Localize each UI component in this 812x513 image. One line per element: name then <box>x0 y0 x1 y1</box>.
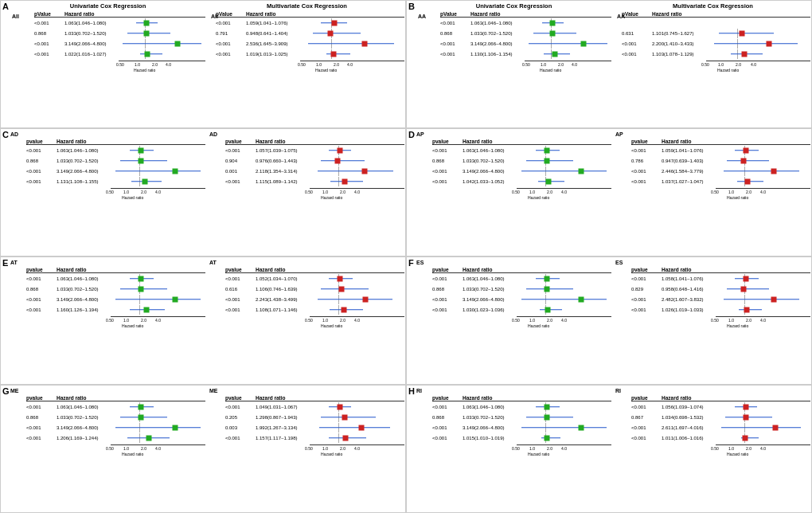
mv-plot-header <box>300 11 404 17</box>
row-gender-plot <box>119 29 205 38</box>
C-mv-risk: <0.001 1.115(1.089~1.142) <box>225 176 404 186</box>
panel-A-mv-header: pValue Hazard ratio <box>216 11 404 18</box>
C-uni-age: <0.001 1.063(1.046~1.080) <box>26 145 205 155</box>
panel-G: G ME pvalue Hazard ratio <0.001 1.063(1.… <box>0 385 406 513</box>
row-age-hr: 1.063(1.046~1.080) <box>64 21 119 25</box>
panel-A-group-label: All <box>12 14 19 19</box>
F-mv-risk: <0.001 1.026(1.019~1.033) <box>631 304 810 315</box>
row-gender-uni: 0.868 1.033(0.702~1.520) <box>34 28 205 38</box>
G-mv-grade: 0.003 1.992(1.267~3.134) <box>225 422 404 433</box>
H-uni-age: <0.001 1.063(1.046~1.080) <box>432 401 611 412</box>
D-mv-age: <0.001 1.059(1.041~1.076) <box>631 145 810 155</box>
G-uni-gender: 0.868 1.033(0.702~1.520) <box>26 412 205 422</box>
B-uni-gender: 0.868 1.033(0.702~1.520) <box>440 28 611 38</box>
panel-A-mv-title: Multivariate Cox Regression <box>209 2 404 10</box>
row-age-uni: <0.001 1.063(1.046~1.080) <box>34 18 205 28</box>
C-mv-grade: 0.001 2.118(1.354~3.314) <box>225 166 404 176</box>
F-uni-age: <0.001 1.063(1.046~1.080) <box>432 273 611 284</box>
D-mv-gender: 0.786 0.947(0.639~1.403) <box>631 155 810 166</box>
row-risk-uni: <0.001 1.022(1.016~1.027) <box>34 49 205 59</box>
panel-D-univariate: AP pvalue Hazard ratio <0.001 1.063(1.04… <box>416 131 611 254</box>
E-uni-grade: <0.001 3.149(2.066~4.800) <box>26 294 205 304</box>
panel-A-uni-title: Univariate Cox Regression <box>10 2 205 10</box>
mv-hr-header: Hazard ratio <box>246 11 300 17</box>
panel-C: C AD pvalue Hazard ratio <0.001 1.063(1.… <box>0 128 406 256</box>
panel-E: E AT pvalue Hazard ratio <0.001 1.063(1.… <box>0 256 406 385</box>
G-uni-age: <0.001 1.063(1.046~1.080) <box>26 401 205 412</box>
panel-C-mv-group: AD <box>209 131 217 137</box>
C-mv-gender: 0.904 0.976(0.660~1.443) <box>225 155 404 166</box>
mv-row-gender: 0.791 0.948(0.641~1.404) <box>216 28 404 38</box>
row-grade-hr: 3.149(2.066~4.800) <box>64 41 119 46</box>
F-mv-gender: 0.829 0.958(0.648~1.416) <box>631 284 810 294</box>
C-uni-gender: 0.868 1.033(0.702~1.520) <box>26 155 205 166</box>
panel-G-multivariate: ME pvalue Hazard ratio <0.001 1.049(1.03… <box>209 387 404 511</box>
E-mv-grade: <0.001 2.243(1.438~3.499) <box>225 294 404 304</box>
F-uni-gender: 0.868 1.033(0.702~1.520) <box>432 284 611 294</box>
panel-A-mv-group-label: All <box>211 14 218 19</box>
B-uni-grade: <0.001 3.149(2.066~4.800) <box>440 38 611 49</box>
row-risk-plot <box>119 49 205 59</box>
panel-F-univariate: ES pvalue Hazard ratio <0.001 1.063(1.04… <box>416 259 611 382</box>
panel-B-mv-group: AA <box>617 14 625 19</box>
panel-H: H RI pvalue Hazard ratio <0.001 1.063(1.… <box>406 385 812 513</box>
G-uni-risk: <0.001 1.206(1.169~1.244) <box>26 433 205 443</box>
panel-B-group-label: AA <box>418 14 426 19</box>
panel-A-label: A <box>2 2 9 11</box>
H-mv-age: <0.001 1.056(1.039~1.074) <box>631 401 810 412</box>
row-grade-plot <box>119 39 205 49</box>
E-mv-risk: <0.001 1.108(1.071~1.146) <box>225 304 404 315</box>
D-mv-risk: <0.001 1.037(1.027~1.047) <box>631 176 810 186</box>
panel-H-univariate: RI pvalue Hazard ratio <0.001 1.063(1.04… <box>416 387 611 511</box>
F-mv-age: <0.001 1.058(1.041~1.076) <box>631 273 810 284</box>
main-container: A Univariate Cox Regression All pValue H… <box>0 0 812 513</box>
row-risk-pval: <0.001 <box>34 52 64 57</box>
hr-header: Hazard ratio <box>64 11 119 17</box>
panel-B: B Univariate Cox Regression AA pValue Ha… <box>406 0 812 128</box>
H-mv-grade: <0.001 2.611(1.697~4.016) <box>631 422 810 433</box>
D-uni-gender: 0.868 1.033(0.702~1.520) <box>432 155 611 166</box>
row-age-pval: <0.001 <box>34 21 64 25</box>
D-uni-grade: <0.001 3.149(2.066~4.800) <box>432 166 611 176</box>
C-uni-grade: <0.001 3.149(2.066~4.800) <box>26 166 205 176</box>
E-mv-gender: 0.616 1.106(0.746~1.639) <box>225 284 404 294</box>
panel-B-label: B <box>408 2 415 11</box>
panel-F-multivariate: ES pvalue Hazard ratio <0.001 1.058(1.04… <box>615 259 810 382</box>
mv-pval-header: pValue <box>216 11 246 17</box>
panel-A-multivariate: Multivariate Cox Regression All pValue H… <box>209 2 404 126</box>
panel-G-label: G <box>2 386 10 396</box>
B-mv-grade: <0.001 2.200(1.410~3.433) <box>622 38 810 49</box>
G-mv-gender: 0.205 1.298(0.867~1.943) <box>225 412 404 422</box>
panel-A-uni-header: pValue Hazard ratio <box>34 11 205 18</box>
panel-A: A Univariate Cox Regression All pValue H… <box>0 0 406 128</box>
row-gender-pval: 0.868 <box>34 31 64 36</box>
B-mv-gender: 0.631 1.101(0.745~1.627) <box>622 28 810 38</box>
row-age-plot <box>119 18 205 28</box>
panel-A-univariate: Univariate Cox Regression All pValue Haz… <box>10 2 205 126</box>
pval-header: pValue <box>34 11 64 17</box>
panel-F: F ES pvalue Hazard ratio <0.001 1.063(1.… <box>406 256 812 385</box>
panel-C-label: C <box>2 130 9 139</box>
panel-B-multivariate: Multivariate Cox Regression AA pValue Ha… <box>615 2 810 126</box>
panel-H-multivariate: RI pvalue Hazard ratio <0.001 1.056(1.03… <box>615 387 810 511</box>
panel-A-uni-axis: 0.50 1.0 2.0 4.0 Hazard ratio <box>34 61 205 73</box>
panel-F-label: F <box>408 258 414 268</box>
D-uni-risk: <0.001 1.042(1.033~1.052) <box>432 176 611 186</box>
panel-B-mv-title: Multivariate Cox Regression <box>615 2 810 10</box>
H-uni-grade: <0.001 3.149(2.066~4.800) <box>432 422 611 433</box>
plot-header <box>119 11 205 17</box>
C-uni-risk: <0.001 1.131(1.108~1.155) <box>26 176 205 186</box>
F-uni-grade: <0.001 3.149(2.066~4.800) <box>432 294 611 304</box>
B-uni-age: <0.001 1.063(1.046~1.080) <box>440 18 611 28</box>
panel-H-label: H <box>408 386 415 396</box>
panel-D-label: D <box>408 130 415 139</box>
B-uni-risk: <0.001 1.130(1.106~1.154) <box>440 49 611 59</box>
C-mv-age: <0.001 1.057(1.039~1.075) <box>225 145 404 155</box>
H-uni-gender: 0.868 1.033(0.702~1.520) <box>432 412 611 422</box>
row-risk-hr: 1.022(1.016~1.027) <box>64 52 119 57</box>
G-mv-risk: <0.001 1.157(1.117~1.198) <box>225 433 404 443</box>
panel-C-univariate: AD pvalue Hazard ratio <0.001 1.063(1.04… <box>10 131 205 254</box>
mv-row-age: <0.001 1.059(1.041~1.076) <box>216 18 404 28</box>
E-mv-age: <0.001 1.052(1.034~1.070) <box>225 273 404 284</box>
E-uni-age: <0.001 1.063(1.046~1.080) <box>26 273 205 284</box>
